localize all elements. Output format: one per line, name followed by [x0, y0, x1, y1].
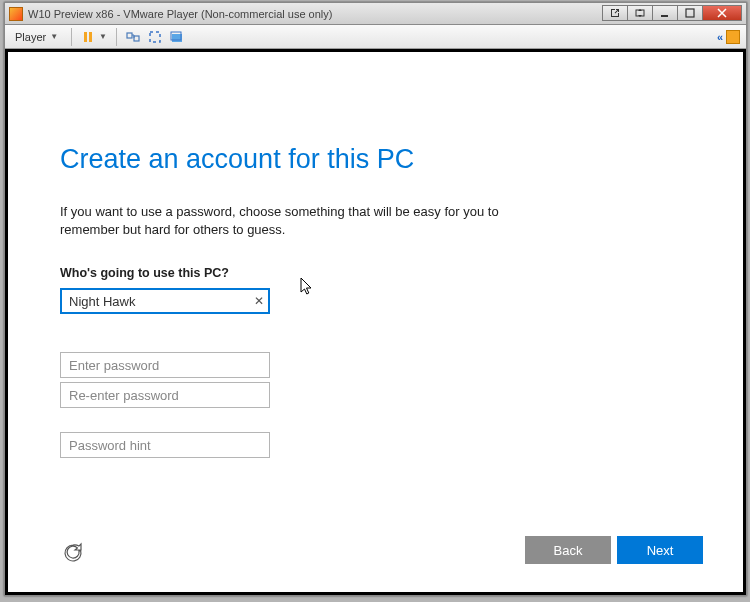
- popout-button[interactable]: [602, 5, 628, 21]
- chevron-down-icon: ▼: [50, 32, 58, 41]
- page-title: Create an account for this PC: [60, 144, 596, 175]
- password-hint-input[interactable]: [60, 432, 270, 458]
- fullscreen-icon[interactable]: [147, 29, 163, 45]
- minimize-button[interactable]: [652, 5, 678, 21]
- shrink-button[interactable]: [627, 5, 653, 21]
- separator: [71, 28, 72, 46]
- accessibility-icon[interactable]: [62, 542, 84, 564]
- guest-screen: Create an account for this PC If you wan…: [8, 52, 743, 592]
- next-button[interactable]: Next: [617, 536, 703, 564]
- back-button[interactable]: Back: [525, 536, 611, 564]
- maximize-button[interactable]: [677, 5, 703, 21]
- player-menu[interactable]: Player ▼: [11, 30, 62, 44]
- separator: [116, 28, 117, 46]
- tools-icon[interactable]: [726, 30, 740, 44]
- password-confirm-input[interactable]: [60, 382, 270, 408]
- svg-rect-3: [84, 32, 87, 42]
- vm-surface: Create an account for this PC If you wan…: [5, 49, 746, 595]
- svg-rect-2: [686, 9, 694, 17]
- chevron-down-icon[interactable]: ▼: [99, 32, 107, 41]
- window-frame: W10 Preview x86 - VMware Player (Non-com…: [4, 2, 747, 596]
- svg-rect-6: [134, 36, 139, 41]
- clear-icon[interactable]: ✕: [254, 294, 264, 308]
- window-title: W10 Preview x86 - VMware Player (Non-com…: [28, 8, 332, 20]
- collapse-chevrons-icon[interactable]: «: [717, 31, 720, 43]
- app-icon: [9, 7, 23, 21]
- svg-rect-1: [661, 15, 668, 17]
- svg-rect-4: [89, 32, 92, 42]
- password-input[interactable]: [60, 352, 270, 378]
- player-toolbar: Player ▼ ▼ «: [5, 25, 746, 49]
- pause-icon[interactable]: [80, 29, 96, 45]
- username-input[interactable]: [60, 288, 270, 314]
- close-button[interactable]: [702, 5, 742, 21]
- svg-rect-7: [150, 32, 160, 42]
- page-description: If you want to use a password, choose so…: [60, 203, 540, 238]
- titlebar: W10 Preview x86 - VMware Player (Non-com…: [5, 3, 746, 25]
- username-label: Who's going to use this PC?: [60, 266, 596, 280]
- svg-rect-5: [127, 33, 132, 38]
- unity-icon[interactable]: [169, 29, 185, 45]
- player-menu-label: Player: [15, 31, 46, 43]
- devices-icon[interactable]: [125, 29, 141, 45]
